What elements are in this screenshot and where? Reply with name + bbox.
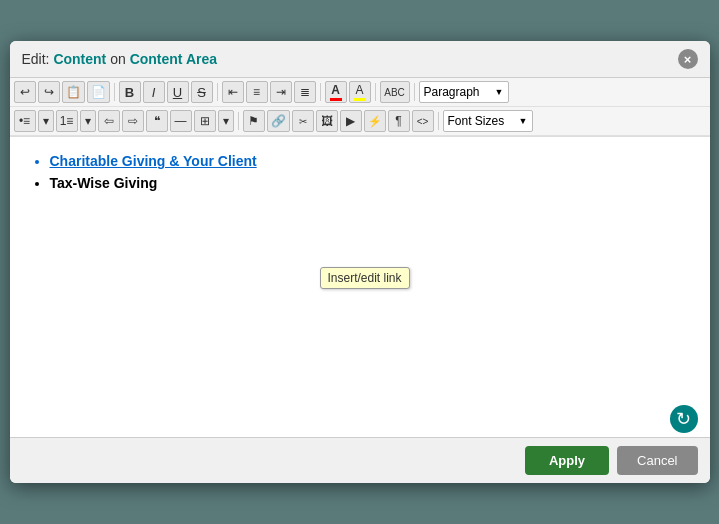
table-icon: ⊞ — [200, 114, 210, 128]
unlink-icon: ✂ — [299, 116, 307, 127]
code-button[interactable]: <> — [412, 110, 434, 132]
italic-button[interactable]: I — [143, 81, 165, 103]
ordered-list-dropdown-button[interactable]: ▾ — [80, 110, 96, 132]
editor-area[interactable]: Charitable Giving & Your Client Tax-Wise… — [10, 137, 710, 397]
bg-color-button[interactable]: A — [349, 81, 371, 103]
list-item: Charitable Giving & Your Client — [50, 153, 690, 169]
separator — [375, 83, 376, 101]
separator — [238, 112, 239, 130]
code-icon: <> — [417, 116, 429, 127]
toolbar: ↩ ↪ 📋 📄 B I U S ⇤ ≡ ⇥ ≣ A — [10, 78, 710, 137]
bold-button[interactable]: B — [119, 81, 141, 103]
bookmark-button[interactable]: ⚑ — [243, 110, 265, 132]
separator — [217, 83, 218, 101]
paragraph-dropdown[interactable]: Paragraph ▼ — [419, 81, 509, 103]
paste-button[interactable]: 📋 — [62, 81, 85, 103]
paste-word-button[interactable]: 📄 — [87, 81, 110, 103]
indent-increase-button[interactable]: ⇨ — [122, 110, 144, 132]
list-item: Tax-Wise Giving — [50, 175, 690, 191]
redo-button[interactable]: ↪ — [38, 81, 60, 103]
modal-header: Edit: Content on Content Area × — [10, 41, 710, 78]
align-center-button[interactable]: ≡ — [246, 81, 268, 103]
title-on: on — [110, 51, 126, 67]
chevron-down-icon: ▼ — [519, 116, 528, 126]
list-dropdown-button[interactable]: ▾ — [38, 110, 54, 132]
toolbar-row-2: •≡ ▾ 1≡ ▾ ⇦ ⇨ ❝ — ⊞ ▾ ⚑ 🔗 — [10, 107, 710, 136]
blockquote-button[interactable]: ❝ — [146, 110, 168, 132]
image-icon: 🖼 — [321, 114, 333, 128]
content-list: Charitable Giving & Your Client Tax-Wise… — [30, 153, 690, 191]
blockquote-icon: ❝ — [154, 114, 160, 128]
title-edit: Edit: — [22, 51, 50, 67]
editor-bottom: ↻ — [10, 397, 710, 437]
undo-button[interactable]: ↩ — [14, 81, 36, 103]
paste-word-icon: 📄 — [91, 85, 106, 99]
separator — [320, 83, 321, 101]
list-icon: •≡ — [19, 114, 30, 128]
title-area: Content Area — [130, 51, 217, 67]
insert-image-button[interactable]: 🖼 — [316, 110, 338, 132]
ordered-list-icon: 1≡ — [60, 114, 74, 128]
flash-button[interactable]: ⚡ — [364, 110, 386, 132]
align-justify-button[interactable]: ≣ — [294, 81, 316, 103]
spellcheck-icon: ABC — [384, 87, 405, 98]
font-sizes-dropdown[interactable]: Font Sizes ▼ — [443, 110, 533, 132]
indent-decrease-button[interactable]: ⇦ — [98, 110, 120, 132]
underline-button[interactable]: U — [167, 81, 189, 103]
link-icon: 🔗 — [271, 114, 286, 128]
spellcheck-button[interactable]: ABC — [380, 81, 410, 103]
font-color-button[interactable]: A — [325, 81, 347, 103]
paste-icon: 📋 — [66, 85, 81, 99]
font-color-bar — [330, 98, 342, 101]
refresh-button[interactable]: ↻ — [670, 405, 698, 433]
table-dropdown-button[interactable]: ▾ — [218, 110, 234, 132]
toolbar-row-1: ↩ ↪ 📋 📄 B I U S ⇤ ≡ ⇥ ≣ A — [10, 78, 710, 107]
align-right-button[interactable]: ⇥ — [270, 81, 292, 103]
modal-footer: Apply Cancel — [10, 437, 710, 483]
hr-icon: — — [175, 114, 187, 128]
font-color-icon: A — [331, 83, 340, 97]
special-char-icon: ¶ — [395, 114, 401, 128]
tooltip-insert-link: Insert/edit link — [320, 267, 410, 289]
media-icon: ▶ — [346, 114, 355, 128]
refresh-icon: ↻ — [676, 408, 691, 430]
separator — [414, 83, 415, 101]
bg-color-bar — [354, 98, 366, 101]
unordered-list-button[interactable]: •≡ — [14, 110, 36, 132]
unlink-button[interactable]: ✂ — [292, 110, 314, 132]
title-content: Content — [53, 51, 106, 67]
flash-icon: ⚡ — [368, 115, 382, 128]
align-left-button[interactable]: ⇤ — [222, 81, 244, 103]
cancel-button[interactable]: Cancel — [617, 446, 697, 475]
separator — [114, 83, 115, 101]
paragraph-label: Paragraph — [424, 85, 480, 99]
strikethrough-button[interactable]: S — [191, 81, 213, 103]
bookmark-icon: ⚑ — [248, 114, 259, 128]
modal-title: Edit: Content on Content Area — [22, 51, 218, 67]
separator — [438, 112, 439, 130]
bg-color-icon: A — [355, 83, 363, 97]
chevron-down-icon: ▼ — [495, 87, 504, 97]
modal-dialog: Edit: Content on Content Area × ↩ ↪ 📋 📄 … — [10, 41, 710, 483]
hr-button[interactable]: — — [170, 110, 192, 132]
insert-link-button[interactable]: 🔗 — [267, 110, 290, 132]
special-char-button[interactable]: ¶ — [388, 110, 410, 132]
close-button[interactable]: × — [678, 49, 698, 69]
media-button[interactable]: ▶ — [340, 110, 362, 132]
font-sizes-label: Font Sizes — [448, 114, 505, 128]
apply-button[interactable]: Apply — [525, 446, 609, 475]
table-button[interactable]: ⊞ — [194, 110, 216, 132]
ordered-list-button[interactable]: 1≡ — [56, 110, 78, 132]
